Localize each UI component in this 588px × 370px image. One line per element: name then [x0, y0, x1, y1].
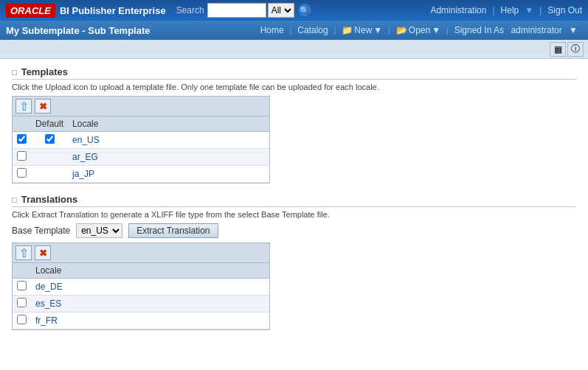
search-input[interactable]	[207, 3, 266, 18]
translations-table-row: fr_FR	[13, 313, 269, 329]
catalog-link[interactable]: Catalog	[293, 24, 332, 37]
search-button[interactable]: 🔍	[297, 3, 312, 18]
folder-icon: 📁	[342, 25, 353, 35]
templates-section-title: Templates	[21, 66, 68, 77]
top-sep1: |	[492, 5, 494, 15]
translations-table-row: de_DE	[13, 279, 269, 296]
open-folder-icon: 📂	[396, 25, 407, 35]
templates-locale-link-2[interactable]: ja_JP	[72, 169, 94, 179]
templates-section: □ Templates Click the Upload icon to upl…	[12, 66, 576, 184]
templates-table-row: ar_EG	[13, 149, 269, 166]
nav-sep2: |	[334, 27, 336, 35]
base-template-label: Base Template	[12, 226, 70, 236]
oracle-logo: ORACLE	[6, 4, 55, 18]
templates-col-locale: Locale	[68, 116, 269, 132]
nav-sep4: |	[446, 27, 449, 35]
translations-delete-button[interactable]: ✖	[35, 245, 51, 260]
app-title: BI Publisher Enterprise	[60, 5, 166, 16]
translations-table: Locale de_DEes_ESfr_FR	[13, 263, 269, 329]
templates-col-default: Default	[31, 116, 68, 132]
translations-section: □ Translations Click Extract Translation…	[12, 194, 576, 330]
templates-row-default-checkbox-0[interactable]	[45, 134, 55, 144]
translations-table-body: de_DEes_ESfr_FR	[13, 279, 269, 329]
page-title: My Subtemplate - Sub Template	[6, 25, 256, 36]
translations-table-row: es_ES	[13, 296, 269, 313]
templates-row-checkbox-2[interactable]	[17, 168, 27, 178]
translations-row-locale-0: de_DE	[31, 279, 269, 296]
signout-link[interactable]: Sign Out	[547, 5, 582, 15]
open-label: Open	[409, 25, 430, 35]
top-sep2: ▼	[525, 5, 533, 15]
templates-row-default-0	[31, 132, 68, 149]
nav-sep3: |	[388, 27, 390, 35]
templates-row-default-2	[31, 166, 68, 183]
templates-section-header: □ Templates	[12, 66, 576, 80]
search-label: Search	[176, 5, 204, 15]
templates-table-container: ⇧ ✖ Default Locale en_USar_EGja_JP	[12, 96, 270, 184]
translations-table-toolbar: ⇧ ✖	[13, 243, 269, 263]
templates-row-locale-2: ja_JP	[68, 166, 269, 183]
templates-delete-button[interactable]: ✖	[35, 99, 51, 114]
top-navigation-bar: ORACLE BI Publisher Enterprise Search Al…	[0, 0, 588, 21]
templates-table-row: en_US	[13, 132, 269, 149]
nav-sep1: |	[290, 27, 292, 35]
administration-link[interactable]: Administration	[430, 5, 486, 15]
base-template-select[interactable]: en_US	[76, 223, 122, 238]
templates-table-row: ja_JP	[13, 166, 269, 183]
main-content: □ Templates Click the Upload icon to upl…	[0, 59, 588, 370]
translations-table-header-row: Locale	[13, 263, 269, 279]
templates-table-body: en_USar_EGja_JP	[13, 132, 269, 183]
templates-table-header-row: Default Locale	[13, 116, 269, 132]
templates-table-toolbar: ⇧ ✖	[13, 97, 269, 116]
translations-col-locale: Locale	[31, 263, 269, 279]
templates-row-locale-0: en_US	[68, 132, 269, 149]
second-navigation-bar: My Subtemplate - Sub Template Home | Cat…	[0, 21, 588, 40]
home-link[interactable]: Home	[256, 24, 288, 37]
templates-section-desc: Click the Upload icon to upload a templa…	[12, 83, 576, 91]
nav-links: Home | Catalog | 📁 New ▼ | 📂 Open ▼ | Si…	[256, 24, 582, 37]
templates-locale-link-0[interactable]: en_US	[72, 135, 100, 145]
translations-toggle-icon[interactable]: □	[12, 195, 17, 204]
search-scope-select[interactable]: All	[268, 3, 294, 18]
extract-translation-button[interactable]: Extract Translation	[128, 223, 218, 238]
translations-section-desc: Click Extract Translation to generate a …	[12, 210, 576, 219]
new-label: New	[354, 25, 372, 35]
translations-col-checkbox	[13, 263, 31, 279]
layout-icon-button[interactable]: ▦	[550, 42, 566, 57]
translations-row-locale-2: fr_FR	[31, 313, 269, 329]
top-sep3: |	[539, 5, 542, 15]
signed-in-text: Signed In As administrator ▼	[450, 24, 582, 37]
translations-section-title: Translations	[21, 194, 78, 205]
templates-row-checkbox-1[interactable]	[17, 151, 27, 161]
translations-row-checkbox-1[interactable]	[17, 298, 27, 307]
translations-row-locale-1: es_ES	[31, 296, 269, 313]
signed-in-user-link[interactable]: administrator	[506, 24, 566, 37]
translations-locale-link-0[interactable]: de_DE	[35, 282, 63, 292]
help-icon-button[interactable]: ⓘ	[567, 42, 584, 57]
new-dropdown-button[interactable]: 📁 New ▼	[337, 24, 387, 37]
templates-table: Default Locale en_USar_EGja_JP	[13, 116, 269, 183]
base-template-row: Base Template en_US Extract Translation	[12, 223, 576, 238]
top-links: Administration | Help ▼ | Sign Out	[430, 5, 582, 15]
translations-locale-link-2[interactable]: fr_FR	[35, 315, 58, 326]
signed-in-chevron-icon: ▼	[569, 25, 578, 35]
templates-row-default-1	[31, 149, 68, 166]
new-chevron-icon: ▼	[373, 25, 382, 35]
templates-row-locale-1: ar_EG	[68, 149, 269, 166]
templates-col-checkbox	[13, 116, 31, 132]
templates-locale-link-1[interactable]: ar_EG	[72, 152, 98, 162]
open-dropdown-button[interactable]: 📂 Open ▼	[392, 24, 445, 37]
templates-upload-button[interactable]: ⇧	[15, 99, 32, 114]
translations-table-container: ⇧ ✖ Locale de_DEes_ESfr_FR	[12, 242, 270, 330]
translations-upload-button[interactable]: ⇧	[15, 245, 32, 260]
open-chevron-icon: ▼	[432, 25, 440, 35]
templates-row-checkbox-0[interactable]	[17, 134, 27, 144]
templates-toggle-icon[interactable]: □	[12, 68, 17, 77]
translations-row-checkbox-0[interactable]	[17, 281, 27, 290]
help-link[interactable]: Help	[501, 5, 519, 15]
translations-locale-link-1[interactable]: es_ES	[35, 299, 61, 309]
translations-row-checkbox-2[interactable]	[17, 315, 27, 324]
icon-bar: ▦ ⓘ	[0, 40, 588, 59]
translations-section-header: □ Translations	[12, 194, 576, 207]
